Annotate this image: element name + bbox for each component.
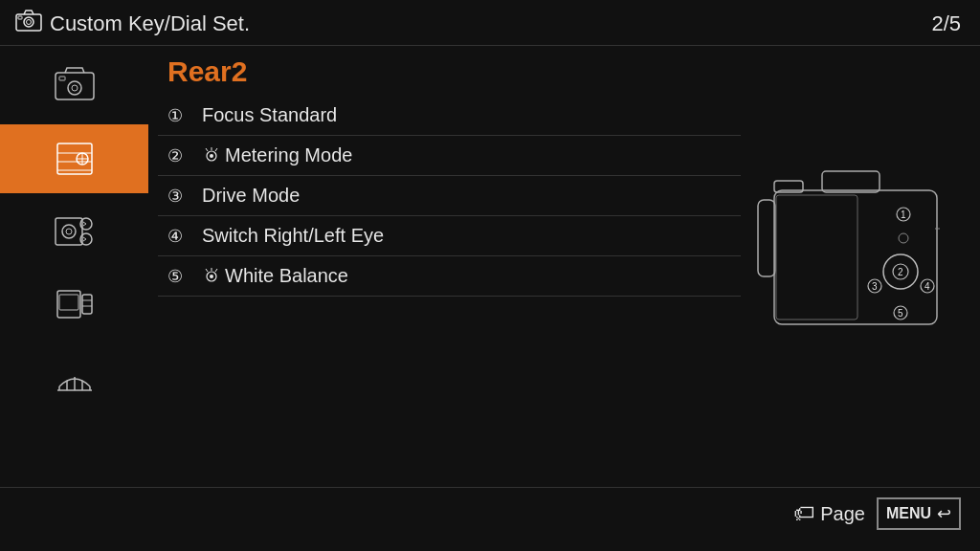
item-label-0: Focus Standard [202,104,337,126]
svg-point-6 [68,81,81,95]
menu-item-3[interactable]: ④ Switch Right/Left Eye [158,216,741,256]
svg-text:2: 2 [898,267,903,277]
svg-text:3: 3 [872,281,878,292]
sidebar-icon-4 [51,353,99,401]
header-title: Custom Key/Dial Set. [15,10,250,37]
wb-icon [202,267,221,286]
item-label-4: White Balance [225,265,348,287]
item-number-4: ⑤ [167,266,194,287]
svg-point-32 [210,154,213,158]
svg-text:4: 4 [924,281,930,292]
header: Custom Key/Dial Set. 2/5 [0,0,980,46]
camera-icon [15,10,42,37]
sidebar-icon-1 [51,135,99,183]
metering-icon [202,146,221,165]
content-area: Rear2 ① Focus Standard ② Metering Mode [148,46,741,487]
svg-point-17 [66,229,72,234]
sidebar-item-0[interactable] [0,52,148,121]
svg-point-16 [62,225,76,238]
svg-rect-5 [59,77,65,80]
page-flag-icon: 🏷 [793,501,814,526]
svg-text:1: 1 [901,209,906,220]
camera-diagram: 1 2 3 4 5 [741,46,980,487]
sidebar [0,46,148,487]
sidebar-item-1[interactable] [0,124,148,193]
menu-item-4[interactable]: ⑤ White Balance [158,256,741,297]
svg-point-7 [72,85,78,91]
svg-rect-36 [822,171,880,192]
page-label: Page [820,503,865,525]
svg-point-2 [27,20,32,25]
sidebar-icon-3 [51,280,99,328]
main-content: Rear2 ① Focus Standard ② Metering Mode [0,46,980,487]
menu-item-2[interactable]: ③ Drive Mode [158,176,741,216]
menu-item-1[interactable]: ② Metering Mode [158,136,741,176]
footer: 🏷 Page MENU ↩ [0,487,980,540]
item-number-3: ④ [167,226,194,247]
svg-rect-21 [59,295,78,310]
item-number-0: ① [167,105,194,126]
menu-button[interactable]: MENU ↩ [877,497,961,530]
menu-list: ① Focus Standard ② Metering Mode ③ Drive… [158,96,741,297]
item-number-1: ② [167,145,194,166]
svg-text:5: 5 [898,308,903,319]
footer-page: 🏷 Page [793,501,865,526]
svg-point-1 [24,17,33,27]
item-number-2: ③ [167,186,194,207]
back-icon: ↩ [937,503,951,524]
sidebar-icon-2 [51,208,99,255]
sidebar-item-3[interactable] [0,270,148,339]
svg-rect-39 [776,195,858,320]
svg-rect-22 [82,295,92,314]
menu-btn-label: MENU [886,505,931,522]
svg-rect-15 [56,218,82,245]
item-label-3: Switch Right/Left Eye [202,225,384,247]
item-label-1: Metering Mode [225,144,352,166]
svg-point-51 [899,233,908,243]
item-label-2: Drive Mode [202,185,300,207]
svg-rect-38 [758,200,775,276]
svg-rect-35 [774,190,937,324]
sidebar-item-2[interactable] [0,197,148,266]
header-page: 2/5 [931,11,961,36]
sidebar-item-4[interactable] [0,342,148,411]
svg-point-34 [210,275,213,278]
menu-item-0[interactable]: ① Focus Standard [158,96,741,136]
page-title: Custom Key/Dial Set. [50,11,250,36]
section-title: Rear2 [158,52,741,96]
svg-rect-3 [18,16,22,19]
sidebar-icon-0 [51,62,99,110]
